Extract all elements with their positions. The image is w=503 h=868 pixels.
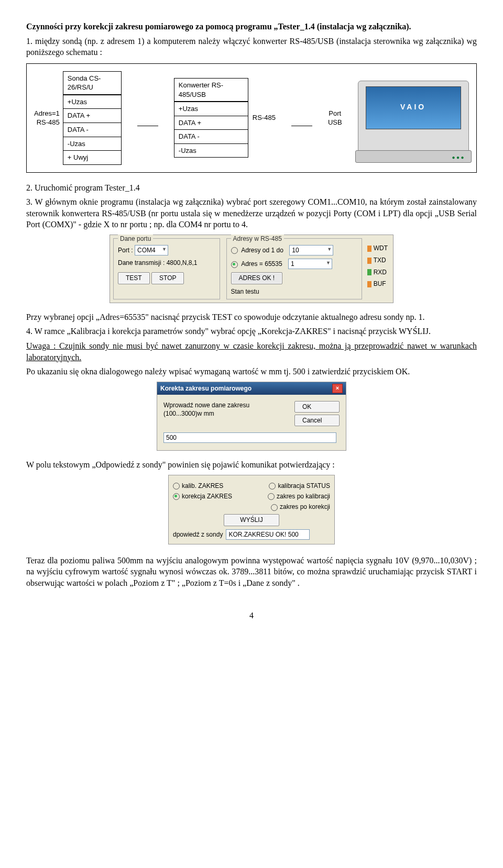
diagram-wire: [291, 126, 312, 126]
port-label: Port :: [118, 247, 133, 254]
led-rxd-label: RXD: [374, 269, 387, 276]
led-rxd: [367, 269, 371, 275]
response-field: KOR.ZAKRESU OK! 500: [226, 529, 310, 540]
radio-address-range-label: Adresy od 1 do: [241, 247, 283, 254]
radio-kalib-status[interactable]: [269, 483, 276, 489]
radio-kalib-status-label: kalibracja STATUS: [278, 482, 330, 489]
diagram-box2-title: Konwerter RS-485/USB: [174, 79, 248, 102]
port-dialog: Dane portu Port : COM4 Dane transmisji :…: [110, 235, 393, 303]
diagram-box1-row: DATA -: [63, 123, 121, 137]
step-3: 3. W głównym oknie programu (instalacja …: [26, 196, 477, 230]
after-dialog1-text: Przy wybranej opcji „Adres=65535" nacisn…: [26, 311, 477, 323]
after-dialog2-text: W polu tekstowym „Odpowiedź z sondy" pow…: [26, 459, 477, 471]
diagram-box1-row: -Uzas: [63, 137, 121, 151]
radio-address-fixed-label: Adres = 65535: [241, 260, 282, 268]
radio-kalib-zakres-label: kalib. ZAKRES: [182, 482, 223, 489]
address-to-combo[interactable]: 10: [289, 245, 333, 255]
radio-zakres-po-kalib[interactable]: [268, 493, 275, 500]
diagram-box2-row: +Uzas: [174, 102, 248, 116]
radio-korekcja-zakres-label: korekcja ZAKRES: [182, 493, 232, 500]
diagram-box1-row: + Uwyj: [63, 150, 121, 164]
page-number: 4: [26, 610, 477, 621]
address-ok-button[interactable]: ADRES OK !: [231, 272, 283, 284]
radio-zakres-po-korek[interactable]: [271, 504, 278, 511]
led-buf-label: BUF: [374, 280, 386, 287]
led-buf: [367, 281, 371, 287]
close-icon[interactable]: ×: [332, 384, 343, 393]
wiring-diagram: Adres=1 RS-485 Sonda CS-26/RS/U +Uzas DA…: [26, 63, 477, 173]
cancel-button[interactable]: Cancel: [294, 415, 340, 426]
transmission-label: Dane transmisji : 4800,N,8,1: [118, 259, 215, 267]
step-2: 2. Uruchomić program Tester_1.4: [26, 182, 477, 194]
diagram-wire: [137, 126, 158, 126]
diagram-box1: Sonda CS-26/RS/U +Uzas DATA + DATA - -Uz…: [63, 71, 122, 165]
stop-button[interactable]: STOP: [151, 272, 184, 284]
laptop-logo: VAIO: [400, 102, 426, 112]
range-input[interactable]: 500: [163, 432, 336, 443]
radio-address-range[interactable]: [231, 247, 238, 254]
led-txd-label: TXD: [374, 257, 386, 264]
step-1: 1. między sondą (np. z adresem 1) a komp…: [26, 36, 477, 58]
radio-kalib-zakres[interactable]: [173, 483, 180, 489]
radio-zakres-po-korek-label: zakres po korekcji: [280, 503, 330, 510]
note-line: Uwaga : Czujnik sondy nie musi być nawet…: [26, 340, 477, 363]
diagram-box1-row: DATA +: [63, 108, 121, 123]
ok-button[interactable]: OK: [294, 401, 340, 413]
diagram-box1-title: Sonda CS-26/RS/U: [63, 72, 121, 95]
port-group-label: Dane portu: [118, 235, 153, 243]
address-group-label: Adresy w RS-485: [231, 235, 284, 243]
test-state-label: Stan testu: [231, 287, 357, 296]
led-txd: [367, 258, 371, 264]
diagram-box2-row: DATA +: [174, 116, 248, 130]
range-dialog-title: Korekta zakresu pomiarowego: [160, 384, 252, 393]
diagram-box2-row: DATA -: [174, 129, 248, 143]
radio-zakres-po-kalib-label: zakres po kalibracji: [277, 493, 330, 500]
diagram-box2-row: -Uzas: [174, 143, 248, 158]
after-note: Po ukazaniu się okna dialogowego należy …: [26, 366, 477, 377]
final-paragraph: Teraz dla poziomu paliwa 500mm na wyjści…: [26, 555, 477, 589]
diagram-box2-side: RS-485: [253, 113, 276, 123]
calibration-dialog: kalib. ZAKRES kalibracja STATUS korekcja…: [168, 475, 335, 544]
diagram-port-label: USB: [328, 118, 342, 127]
diagram-box1-row: +Uzas: [63, 95, 121, 109]
led-wdt: [367, 246, 371, 252]
range-dialog-prompt: Wprowadź nowe dane zakresu (100...3000)w…: [163, 401, 289, 426]
test-button[interactable]: TEST: [118, 272, 150, 284]
laptop-illustration: VAIO ● ● ●: [358, 81, 469, 155]
address-value-combo[interactable]: 1: [288, 259, 332, 269]
diagram-box1-side1: Adres=1: [34, 109, 60, 118]
radio-address-fixed[interactable]: [231, 261, 238, 268]
diagram-box1-side2: RS-485: [34, 118, 60, 127]
section-title: Czynności przy korekcji zakresu pomiarow…: [26, 21, 477, 32]
led-wdt-label: WDT: [374, 244, 388, 252]
diagram-port-label: Port: [328, 109, 342, 118]
response-label: dpowiedź z sondy: [173, 530, 223, 539]
radio-korekcja-zakres[interactable]: [173, 493, 180, 500]
send-button[interactable]: WYŚLIJ: [224, 514, 279, 526]
range-dialog: Korekta zakresu pomiarowego × Wprowadź n…: [157, 382, 346, 451]
step-4: 4. W ramce „Kalibracja i korekcja parame…: [26, 326, 477, 337]
diagram-box2: Konwerter RS-485/USB +Uzas DATA + DATA -…: [174, 78, 248, 158]
port-combo[interactable]: COM4: [135, 245, 168, 255]
